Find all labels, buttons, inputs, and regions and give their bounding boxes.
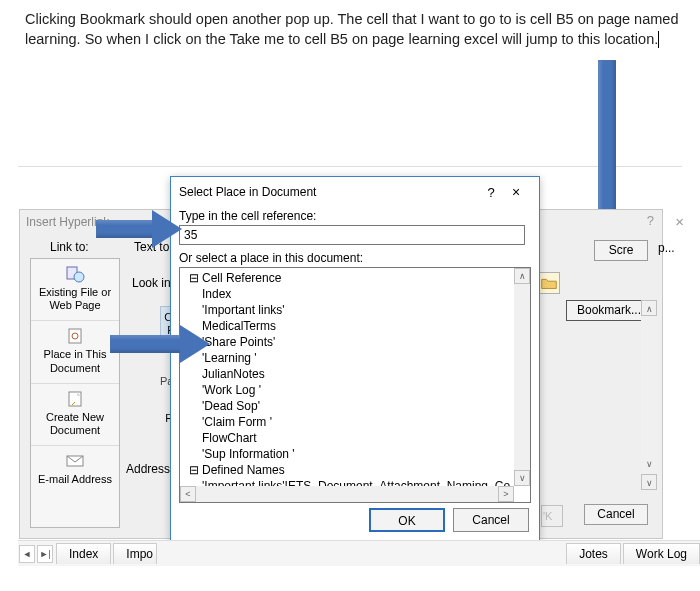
svg-point-1 — [74, 272, 84, 282]
screen-tip-ellipsis: p... — [658, 241, 675, 255]
cell-reference-input[interactable] — [179, 225, 525, 245]
link-email-address[interactable]: E-mail Address — [31, 446, 119, 494]
close-icon[interactable]: × — [675, 213, 684, 230]
ok-button[interactable]: OK — [369, 508, 445, 532]
tree-item[interactable]: MedicalTerms — [182, 318, 530, 334]
screen-tip-button[interactable]: Scre — [594, 240, 648, 261]
instruction-text: Clicking Bookmark should open another po… — [25, 10, 680, 49]
link-to-panel: Existing File or Web Page Place in This … — [30, 258, 120, 528]
browse-folder-button[interactable] — [538, 272, 560, 294]
or-select-label: Or select a place in this document: — [171, 249, 539, 267]
tree-item[interactable]: ⊟ Cell Reference — [182, 270, 530, 286]
envelope-icon — [65, 452, 85, 470]
document-target-icon — [65, 327, 85, 345]
tree-item[interactable]: Index — [182, 286, 530, 302]
address-label: Address — [126, 462, 170, 476]
sheet-tab-notes[interactable]: Jotes — [566, 543, 621, 564]
close-icon[interactable]: × — [501, 184, 531, 200]
sheet-tab-important[interactable]: Impo — [113, 543, 157, 564]
sheet-tab-worklog[interactable]: Work Log — [623, 543, 700, 564]
folder-open-icon — [539, 273, 559, 293]
tree-item[interactable]: 'Learning ' — [182, 350, 530, 366]
tree-item[interactable]: 'Important links' — [182, 302, 530, 318]
new-document-icon — [65, 390, 85, 408]
arrow-to-textbox — [96, 210, 190, 248]
place-tree[interactable]: ⊟ Cell Reference Index 'Important links'… — [179, 267, 531, 503]
select-place-dialog: Select Place in Document ? × Type in the… — [170, 176, 540, 541]
tree-item[interactable]: 'Dead Sop' — [182, 398, 530, 414]
dialog-title: Select Place in Document — [179, 185, 316, 199]
svg-rect-4 — [69, 392, 81, 406]
sheet-tab-index[interactable]: Index — [56, 543, 111, 564]
tab-nav-next[interactable]: ►| — [37, 545, 53, 563]
ok-button-peek[interactable]: 'K — [541, 505, 563, 527]
bookmark-button[interactable]: Bookmark... — [566, 300, 648, 321]
link-place-in-doc[interactable]: Place in This Document — [31, 321, 119, 383]
link-to-label: Link to: — [50, 240, 89, 254]
list-scrollbar[interactable]: ∧ ∨ ∨ — [641, 300, 657, 490]
cell-ref-label: Type in the cell reference: — [171, 207, 539, 225]
tree-item[interactable]: JulianNotes — [182, 366, 530, 382]
help-icon[interactable]: ? — [647, 213, 654, 228]
tab-nav-prev[interactable]: ◄ — [19, 545, 35, 563]
help-icon[interactable]: ? — [481, 185, 501, 200]
cancel-button[interactable]: Cancel — [453, 508, 529, 532]
link-existing-file[interactable]: Existing File or Web Page — [31, 259, 119, 321]
tree-item[interactable]: ⊟ Defined Names — [182, 462, 530, 478]
svg-rect-2 — [69, 329, 81, 343]
tree-item[interactable]: FlowChart — [182, 430, 530, 446]
cancel-button[interactable]: Cancel — [584, 504, 648, 525]
arrow-to-learning — [110, 325, 216, 363]
tree-item[interactable]: 'Work Log ' — [182, 382, 530, 398]
link-create-new[interactable]: Create New Document — [31, 384, 119, 446]
tree-item[interactable]: 'Sup Information ' — [182, 446, 530, 462]
tree-item[interactable]: 'Claim Form ' — [182, 414, 530, 430]
tree-item[interactable]: 'Share Points' — [182, 334, 530, 350]
globe-page-icon — [65, 265, 85, 283]
divider — [18, 166, 682, 167]
look-in-label: Look in: — [132, 276, 174, 290]
sheet-tab-strip: ◄ ►| Index Impo Jotes Work Log — [18, 540, 700, 566]
